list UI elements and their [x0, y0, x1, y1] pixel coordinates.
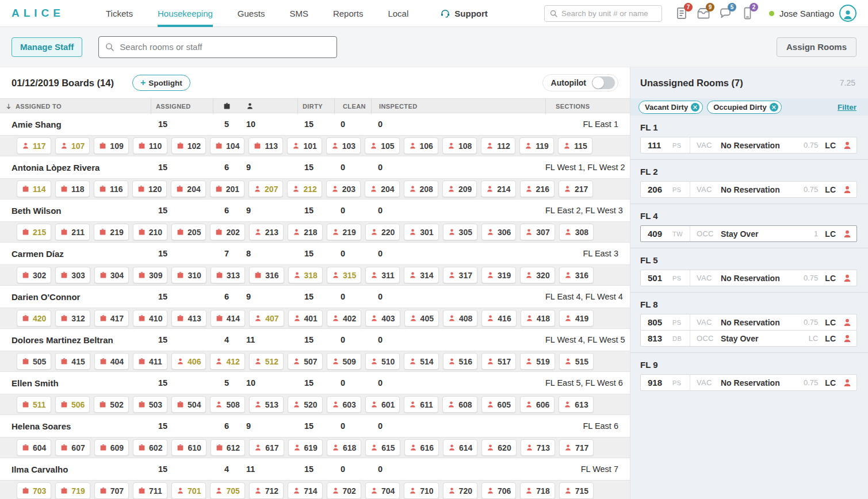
unassigned-room-row[interactable]: 918PSVACNo Reservation0.75LC — [640, 374, 857, 391]
room-chip[interactable]: 220 — [365, 224, 400, 240]
staff-row[interactable]: Ellen Smith155101500FL East 5, FL West 6 — [0, 372, 630, 394]
room-chip[interactable]: 512 — [249, 353, 284, 370]
room-chip[interactable]: 414 — [211, 310, 245, 327]
room-chip[interactable]: 413 — [171, 310, 206, 327]
room-chip[interactable]: 201 — [210, 181, 244, 197]
column-stayover[interactable] — [240, 99, 297, 114]
room-chip[interactable]: 309 — [133, 267, 167, 283]
room-chip[interactable]: 418 — [521, 310, 555, 327]
phone-notification[interactable]: 2 — [740, 6, 754, 20]
autopilot-toggle[interactable] — [592, 76, 615, 89]
column-assigned[interactable]: ASSIGNED — [151, 99, 213, 114]
room-chip[interactable]: 514 — [404, 353, 438, 370]
room-chip[interactable]: 210 — [133, 224, 167, 240]
room-chip[interactable]: 215 — [17, 224, 51, 240]
room-chip[interactable]: 717 — [559, 439, 594, 456]
room-chip[interactable]: 620 — [481, 439, 516, 456]
app-logo[interactable]: ALICE — [12, 7, 64, 20]
unassigned-room-row[interactable]: 813DBOCCStay OverLCLC — [640, 330, 857, 347]
column-inspected[interactable]: INSPECTED — [371, 99, 545, 114]
room-chip[interactable]: 515 — [559, 353, 594, 370]
staff-row[interactable]: Carmen Díaz15781500FL East 3 — [0, 243, 630, 264]
nav-item-tickets[interactable]: Tickets — [106, 0, 133, 27]
room-chip[interactable]: 306 — [481, 224, 516, 240]
room-chip[interactable]: 219 — [94, 224, 128, 240]
room-chip[interactable]: 304 — [94, 267, 129, 283]
unassigned-room-row[interactable]: 409TWOCCStay Over1LC — [640, 225, 857, 242]
room-chip[interactable]: 118 — [55, 181, 90, 197]
room-chip[interactable]: 202 — [210, 224, 244, 240]
room-chip[interactable]: 504 — [171, 396, 206, 413]
room-chip[interactable]: 314 — [404, 267, 438, 283]
room-chip[interactable]: 214 — [481, 181, 515, 197]
room-chip[interactable]: 616 — [404, 439, 439, 456]
room-chip[interactable]: 517 — [481, 353, 516, 370]
room-chip[interactable]: 106 — [404, 137, 438, 154]
room-chip[interactable]: 204 — [365, 181, 399, 197]
room-chip[interactable]: 607 — [55, 439, 90, 456]
room-chip[interactable]: 101 — [287, 137, 322, 154]
room-chip[interactable]: 405 — [404, 310, 439, 327]
room-chip[interactable]: 105 — [365, 137, 399, 154]
rooms-staff-search-input[interactable] — [120, 42, 331, 52]
room-chip[interactable]: 211 — [55, 224, 90, 240]
room-chip[interactable]: 719 — [55, 482, 90, 499]
room-chip[interactable]: 707 — [94, 482, 129, 499]
room-chip[interactable]: 302 — [17, 267, 51, 283]
room-chip[interactable]: 217 — [559, 181, 593, 197]
room-chip[interactable]: 307 — [520, 224, 555, 240]
nav-item-guests[interactable]: Guests — [238, 0, 265, 27]
room-chip[interactable]: 417 — [94, 310, 129, 327]
unassigned-room-row[interactable]: 111PSVACNo Reservation0.75LC — [640, 137, 857, 153]
room-chip[interactable]: 704 — [365, 482, 400, 499]
document-notification[interactable]: 7 — [675, 6, 689, 20]
room-chip[interactable]: 703 — [17, 482, 51, 499]
room-chip[interactable]: 117 — [17, 137, 51, 154]
room-chip[interactable]: 503 — [133, 396, 167, 413]
room-chip[interactable]: 613 — [559, 396, 593, 413]
room-chip[interactable]: 305 — [443, 224, 477, 240]
room-chip[interactable]: 216 — [520, 181, 555, 197]
room-chip[interactable]: 510 — [365, 353, 400, 370]
room-chip[interactable]: 108 — [442, 137, 477, 154]
room-chip[interactable]: 419 — [559, 310, 594, 327]
room-chip[interactable]: 212 — [287, 181, 322, 197]
room-chip[interactable]: 408 — [443, 310, 477, 327]
staff-row[interactable]: Beth Wilson15691500FL East 2, FL West 3 — [0, 199, 630, 221]
room-chip[interactable]: 507 — [288, 353, 322, 370]
room-chip[interactable]: 218 — [288, 224, 322, 240]
staff-row[interactable]: Ilma Carvalho154111500FL West 7 — [0, 458, 630, 480]
room-chip[interactable]: 119 — [519, 137, 554, 154]
column-clean[interactable]: CLEAN — [334, 99, 371, 114]
user-menu[interactable]: Jose Santiago — [769, 5, 856, 22]
spotlight-button[interactable]: + Spotlight — [132, 75, 190, 91]
room-chip[interactable]: 618 — [327, 439, 361, 456]
room-chip[interactable]: 412 — [210, 353, 244, 370]
staff-row[interactable]: Helena Soares15691500FL East 6 — [0, 415, 630, 437]
room-chip[interactable]: 401 — [288, 310, 323, 327]
room-chip[interactable]: 502 — [94, 396, 128, 413]
room-chip[interactable]: 403 — [365, 310, 400, 327]
room-chip[interactable]: 312 — [55, 310, 90, 327]
room-chip[interactable]: 205 — [171, 224, 206, 240]
staff-row[interactable]: Darien O'Connor15691500FL East 4, FL Wes… — [0, 286, 630, 308]
room-chip[interactable]: 606 — [520, 396, 555, 413]
room-chip[interactable]: 203 — [326, 181, 361, 197]
room-chip[interactable]: 609 — [94, 439, 129, 456]
room-chip[interactable]: 608 — [442, 396, 477, 413]
staff-row[interactable]: Amie Shang155101500FL East 1 — [0, 113, 630, 135]
room-chip[interactable]: 614 — [443, 439, 477, 456]
unassigned-room-row[interactable]: 805PSVACNo Reservation0.75LC — [640, 314, 857, 331]
inbox-notification[interactable]: 9 — [697, 6, 710, 20]
room-chip[interactable]: 611 — [404, 396, 438, 413]
room-chip[interactable]: 112 — [481, 137, 515, 154]
room-chip[interactable]: 320 — [520, 267, 555, 283]
room-chip[interactable]: 410 — [133, 310, 167, 327]
room-chip[interactable]: 712 — [249, 482, 284, 499]
column-checkout[interactable] — [213, 99, 240, 114]
room-chip[interactable]: 520 — [288, 396, 322, 413]
room-chip[interactable]: 516 — [443, 353, 477, 370]
room-chip[interactable]: 114 — [17, 181, 51, 197]
room-chip[interactable]: 615 — [365, 439, 400, 456]
room-chip[interactable]: 610 — [171, 439, 206, 456]
